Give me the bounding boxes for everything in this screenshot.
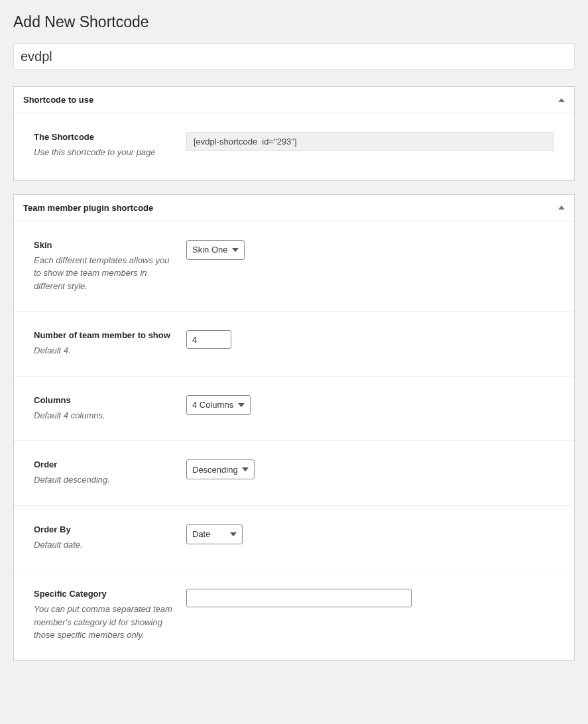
orderby-select[interactable]: Date — [186, 524, 243, 544]
field-label: Columns — [34, 395, 173, 405]
field-label: Order — [34, 459, 173, 469]
field-label: Specific Category — [34, 589, 173, 599]
field-description: Default 4. — [34, 345, 71, 355]
columns-select[interactable]: 4 Columns — [186, 395, 251, 415]
field-description: Default 4 columns. — [34, 410, 105, 420]
field-description: Default descending. — [34, 475, 110, 485]
field-description: Default date. — [34, 540, 83, 550]
metabox-team-member-settings: Team member plugin shortcode Skin Each d… — [13, 194, 575, 661]
metabox-header[interactable]: Shortcode to use — [14, 87, 574, 113]
field-label: Skin — [34, 240, 173, 250]
metabox-shortcode-to-use: Shortcode to use The Shortcode Use this … — [13, 86, 575, 181]
metabox-title: Shortcode to use — [23, 95, 93, 105]
order-select[interactable]: Descending — [186, 459, 255, 479]
field-label: The Shortcode — [34, 132, 173, 142]
field-description: Each different templates allows you to s… — [34, 255, 170, 291]
field-description: Use this shortcode to your page — [34, 147, 156, 157]
category-input[interactable] — [186, 589, 412, 607]
metabox-title: Team member plugin shortcode — [23, 203, 153, 213]
field-label: Number of team member to show — [34, 330, 173, 340]
collapse-icon — [558, 98, 565, 102]
shortcode-output[interactable] — [186, 132, 554, 151]
shortcode-title-input[interactable] — [13, 43, 575, 70]
collapse-icon — [558, 206, 565, 210]
page-title: Add New Shortcode — [13, 13, 575, 31]
field-label: Order By — [34, 524, 173, 534]
skin-select[interactable]: Skin One — [186, 240, 245, 260]
member-count-input[interactable] — [186, 330, 231, 349]
metabox-header[interactable]: Team member plugin shortcode — [14, 195, 574, 221]
field-description: You can put comma separated team member'… — [34, 604, 172, 640]
